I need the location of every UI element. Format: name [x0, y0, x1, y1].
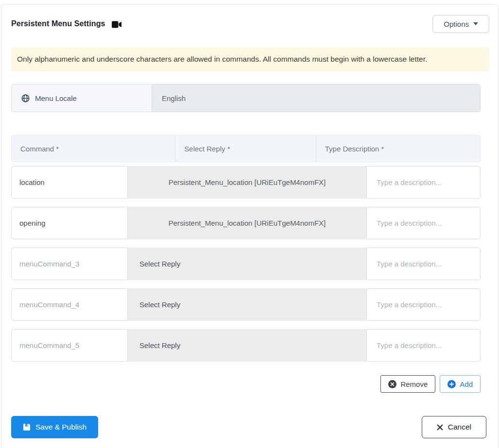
- table-row: Select Reply: [11, 288, 481, 321]
- table-row: Persistent_Menu_location [URiEuTgeM4nomF…: [11, 166, 481, 199]
- remove-button-label: Remove: [400, 380, 428, 388]
- cancel-button-label: Cancel: [448, 423, 471, 431]
- panel-header: Persistent Menu Settings Options: [1, 4, 498, 43]
- select-reply-value: Select Reply: [139, 260, 180, 268]
- save-publish-label: Save & Publish: [35, 423, 86, 431]
- remove-row-button[interactable]: Remove: [380, 375, 435, 393]
- description-input[interactable]: [366, 207, 481, 239]
- chevron-down-icon: [473, 22, 478, 25]
- description-input[interactable]: [366, 288, 481, 321]
- menu-locale-label: Menu Locale: [11, 84, 152, 112]
- add-row-button[interactable]: Add: [440, 375, 481, 393]
- description-input[interactable]: [366, 166, 481, 199]
- table-header-row: Command * Select Reply * Type Descriptio…: [11, 135, 481, 162]
- save-publish-button[interactable]: Save & Publish: [11, 416, 98, 438]
- select-reply-dropdown[interactable]: Persistent_Menu_location [URiEuTgeM4nomF…: [128, 166, 366, 199]
- column-header-select-reply: Select Reply *: [175, 135, 316, 162]
- select-reply-value: Select Reply: [139, 341, 180, 349]
- menu-locale-label-text: Menu Locale: [35, 94, 77, 102]
- title-wrap: Persistent Menu Settings: [11, 19, 122, 28]
- x-icon: [437, 424, 443, 431]
- options-button[interactable]: Options: [432, 15, 489, 33]
- select-reply-dropdown[interactable]: Persistent_Menu_location [URiEuTgeM4nomF…: [128, 207, 366, 239]
- cancel-button[interactable]: Cancel: [422, 416, 486, 438]
- video-camera-icon: [112, 21, 122, 28]
- table-row: Persistent_Menu_location [URiEuTgeM4nomF…: [11, 207, 481, 239]
- command-input[interactable]: [11, 329, 128, 362]
- select-reply-value: Select Reply: [139, 300, 180, 309]
- add-button-label: Add: [460, 380, 473, 388]
- panel-body: Only alphanumeric and underscore charact…: [1, 43, 498, 416]
- floppy-save-icon: [23, 423, 31, 431]
- description-input[interactable]: [366, 329, 481, 362]
- select-reply-dropdown[interactable]: Select Reply: [128, 248, 366, 280]
- select-reply-value: Persistent_Menu_location [URiEuTgeM4nomF…: [169, 219, 326, 227]
- menu-locale-value-input[interactable]: [152, 84, 481, 112]
- options-button-label: Options: [444, 20, 469, 28]
- page-title: Persistent Menu Settings: [11, 19, 105, 28]
- column-header-command: Command *: [12, 135, 175, 162]
- select-reply-dropdown[interactable]: Select Reply: [128, 288, 366, 321]
- persistent-menu-settings-panel: Persistent Menu Settings Options Only al…: [1, 4, 499, 448]
- menu-locale-group: Menu Locale: [11, 84, 481, 112]
- x-circle-icon: [388, 380, 396, 388]
- table-row: Select Reply: [11, 329, 481, 362]
- command-input[interactable]: [11, 288, 128, 321]
- row-actions: Remove Add: [11, 375, 481, 393]
- command-rows: Persistent_Menu_location [URiEuTgeM4nomF…: [11, 166, 488, 370]
- command-input[interactable]: [11, 166, 128, 199]
- select-reply-dropdown[interactable]: Select Reply: [128, 329, 366, 362]
- commands-rule-alert: Only alphanumeric and underscore charact…: [11, 47, 489, 71]
- panel-footer: Save & Publish Cancel: [1, 416, 498, 448]
- plus-circle-icon: [447, 380, 456, 388]
- column-header-type-description: Type Description *: [316, 135, 480, 162]
- table-row: Select Reply: [11, 248, 481, 280]
- description-input[interactable]: [366, 248, 481, 280]
- globe-icon: [21, 94, 30, 102]
- alert-text: Only alphanumeric and underscore charact…: [17, 55, 427, 63]
- command-input[interactable]: [11, 207, 128, 239]
- select-reply-value: Persistent_Menu_location [URiEuTgeM4nomF…: [169, 178, 326, 186]
- command-input[interactable]: [11, 248, 128, 280]
